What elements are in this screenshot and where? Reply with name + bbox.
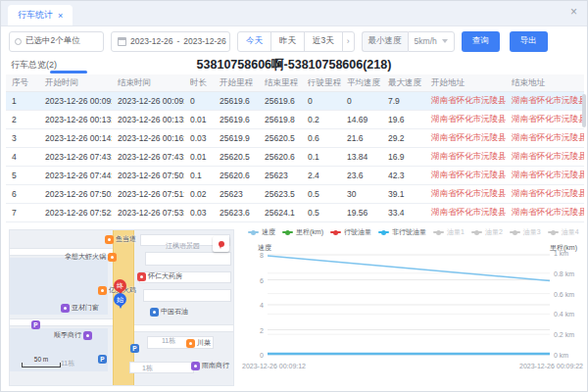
col-start-mileage: 开始里程: [214, 77, 259, 89]
cell-end-address[interactable]: 湖南省怀化市沅陵县沅...: [506, 151, 584, 163]
map-area-label: 11栋: [162, 336, 175, 346]
unit-selector-value: 已选中2个单位: [25, 35, 80, 47]
cell-duration: 0: [184, 96, 214, 106]
query-button[interactable]: 查询: [462, 31, 500, 52]
table-row[interactable]: 5 2023-12-26 07:44:03 2023-12-26 07:50:0…: [6, 167, 584, 185]
cell-avg-speed: 0: [341, 96, 382, 106]
cell-start-address[interactable]: 湖南省怀化市沅陵县沅...: [425, 114, 506, 125]
legend-item-fuel2[interactable]: 油量2: [471, 227, 503, 237]
table-row[interactable]: 6 2023-12-26 07:50:30 2023-12-26 07:51:3…: [6, 185, 584, 204]
legend-item-speed[interactable]: 速度: [248, 227, 275, 237]
start-pin-label: 始: [117, 295, 123, 305]
panel-close-icon[interactable]: ×: [570, 6, 577, 18]
cell-end-mileage: 25624.1: [259, 208, 302, 218]
min-speed-select[interactable]: 5km/h: [408, 31, 455, 52]
trip-start-pin[interactable]: 始: [114, 293, 126, 306]
parking-icon[interactable]: P: [31, 320, 40, 329]
right-tick: 0.4 km: [554, 311, 574, 318]
map-marker-icon: [219, 241, 224, 247]
legend-item-fuel4[interactable]: 油量4: [548, 227, 579, 237]
table-row[interactable]: 7 2023-12-26 07:52:00 2023-12-26 07:53:3…: [6, 204, 584, 222]
cell-end-address[interactable]: 湖南省怀化市沅陵县沅...: [506, 170, 584, 181]
table-scrollbar[interactable]: [582, 94, 586, 127]
export-button[interactable]: 导出: [510, 31, 548, 52]
cell-end-address[interactable]: 湖南省怀化市沅陵县沅...: [506, 207, 584, 219]
cell-end-address[interactable]: 湖南省怀化市沅陵县沅...: [506, 95, 584, 107]
quick-range-group: 今天 昨天 近3天 ›: [237, 31, 355, 52]
map-area-label: 11栋: [61, 359, 74, 368]
legend-label: 里程(km): [296, 227, 323, 237]
map-area-label: 江枫语景园: [166, 241, 200, 251]
poi-marker-icon: [150, 308, 159, 317]
cell-no: 4: [6, 152, 39, 162]
cell-end-address[interactable]: 湖南省怀化市沅陵县沅...: [506, 114, 584, 125]
tab-label: 行车统计: [18, 9, 53, 22]
right-tick: 1 km: [554, 250, 568, 257]
cell-end-address[interactable]: 湖南省怀化市沅陵县沅...: [506, 188, 584, 200]
quick-range-today-button[interactable]: 今天: [237, 31, 271, 52]
quick-range-last3days-button[interactable]: 近3天: [304, 31, 343, 52]
map-poi[interactable]: 鱼当道: [105, 234, 136, 244]
tab-driving-statistics[interactable]: 行车统计 ×: [8, 5, 73, 25]
quick-range-yesterday-button[interactable]: 昨天: [270, 31, 305, 52]
legend-item-nondriving-fuel[interactable]: 非行驶油量: [378, 227, 426, 237]
cell-distance: 0.6: [302, 133, 341, 143]
map-poi[interactable]: 川菜: [186, 338, 211, 348]
chevron-down-icon: [442, 39, 448, 43]
tab-close-icon[interactable]: ×: [58, 11, 63, 21]
map-poi[interactable]: 怀仁大药房: [137, 271, 182, 281]
cell-start-address[interactable]: 湖南省怀化市沅陵县沅...: [425, 207, 506, 219]
legend-line-marker-icon: [471, 231, 482, 233]
legend-item-driving-fuel[interactable]: 行驶油量: [330, 227, 371, 237]
cell-no: 2: [6, 115, 39, 124]
tab-bar: 行车统计 × ×: [1, 1, 587, 26]
cell-duration: 0.01: [184, 115, 214, 124]
col-max-speed: 最大速度: [382, 77, 425, 89]
cell-start-time: 2023-12-26 07:52:00: [39, 208, 112, 218]
map-road: [134, 324, 234, 332]
parking-icon[interactable]: P: [98, 355, 107, 364]
legend-item-mileage[interactable]: 里程(km): [282, 227, 323, 237]
legend-item-fuel1[interactable]: 油量1: [433, 227, 465, 237]
cell-avg-speed: 30: [341, 189, 382, 199]
map-poi[interactable]: 拿想大虾火锅: [65, 252, 117, 262]
cell-start-address[interactable]: 湖南省怀化市沅陵县沅...: [425, 170, 506, 181]
map-marker-control-button[interactable]: [213, 236, 229, 252]
table-row[interactable]: 4 2023-12-26 07:43:22 2023-12-26 07:43:4…: [6, 148, 584, 167]
cell-start-address[interactable]: 湖南省怀化市沅陵县沅...: [425, 188, 506, 200]
left-tick: 4: [260, 302, 264, 309]
cell-no: 3: [6, 133, 39, 143]
parking-icon[interactable]: P: [130, 344, 139, 353]
cell-max-speed: 42.3: [382, 171, 425, 180]
unit-selector[interactable]: 已选中2个单位: [9, 31, 104, 52]
map-poi[interactable]: 雨南商行: [191, 361, 229, 370]
cell-start-time: 2023-12-26 00:13:02: [39, 115, 112, 124]
cell-start-address[interactable]: 湖南省怀化市沅陵县沅...: [425, 95, 506, 107]
legend-item-fuel3[interactable]: 油量3: [510, 227, 541, 237]
poi-marker-icon: [191, 362, 200, 370]
table-row[interactable]: 2 2023-12-26 00:13:02 2023-12-26 00:13:5…: [6, 111, 584, 129]
map-poi[interactable]: 顺季商行: [54, 330, 92, 340]
table-row[interactable]: 3 2023-12-26 00:14:38 2023-12-26 00:16:1…: [6, 129, 584, 148]
trip-end-pin[interactable]: 终: [114, 279, 126, 292]
cell-start-mileage: 25619.6: [214, 115, 259, 124]
cell-max-speed: 7.9: [382, 96, 425, 106]
col-duration: 时长: [184, 77, 214, 89]
map-area-label: 1栋: [142, 364, 153, 373]
line-chart: 速度 里程(km) 8 6 4 2 0 1 km 0.8 km 0.6 km 0…: [240, 239, 585, 388]
right-tick: 0.8 km: [554, 270, 574, 277]
quick-range-expand-button[interactable]: ›: [342, 31, 355, 52]
cell-start-address[interactable]: 湖南省怀化市沅陵县沅...: [425, 132, 506, 144]
map[interactable]: 江枫语景园 11栋 11栋 1栋 鱼当道 拿想大虾火锅 怀仁大药房 亿柴火鸡 亚…: [9, 229, 234, 386]
poi-marker-icon: [83, 331, 92, 340]
cell-distance: 0: [302, 96, 341, 106]
date-range-picker[interactable]: 2023-12-26 - 2023-12-26: [111, 31, 230, 52]
map-poi[interactable]: 中国石油: [150, 307, 188, 317]
cell-avg-speed: 13.84: [341, 152, 382, 162]
map-poi[interactable]: 亚材门窗: [61, 303, 99, 313]
table-row[interactable]: 1 2023-12-26 00:09:12 2023-12-26 00:09:2…: [6, 92, 584, 111]
cell-start-address[interactable]: 湖南省怀化市沅陵县沅...: [425, 151, 506, 163]
map-scale: 50 m: [22, 356, 61, 368]
cell-end-address[interactable]: 湖南省怀化市沅陵县沅...: [506, 132, 584, 144]
map-road: [10, 318, 113, 326]
